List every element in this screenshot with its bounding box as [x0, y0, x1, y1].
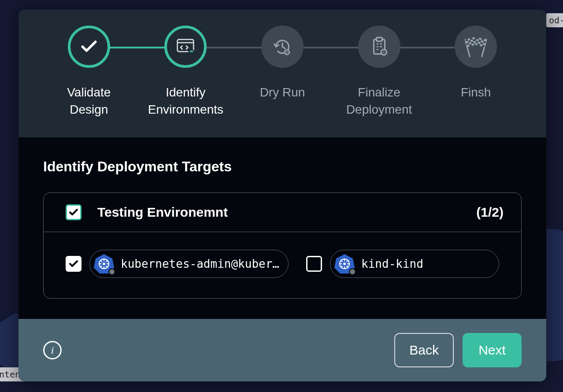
- wizard-stepper: Validate Design Identify Environments: [19, 10, 546, 137]
- svg-point-14: [383, 52, 384, 53]
- section-title: Identify Deployment Targets: [43, 159, 522, 175]
- back-button[interactable]: Back: [394, 333, 454, 367]
- step-identify-environments[interactable]: Identify Environments: [137, 26, 234, 118]
- bg-node-tag: od-: [546, 13, 563, 27]
- target-chip[interactable]: kind-kind: [330, 250, 499, 278]
- svg-point-5: [286, 52, 288, 53]
- environment-group: Testing Environemnt (1/2): [43, 192, 522, 299]
- step-label: Finalize Deployment: [346, 84, 412, 118]
- environment-name: Testing Environemnt: [97, 205, 460, 220]
- step-label: Dry Run: [260, 84, 305, 101]
- deployment-wizard-dialog: Validate Design Identify Environments: [19, 10, 546, 381]
- svg-point-48: [343, 263, 346, 265]
- clipboard-gear-icon: [368, 36, 390, 58]
- target-row: kubernetes-admin@kuber…: [66, 250, 289, 278]
- environment-checkbox[interactable]: [66, 204, 81, 220]
- target-name: kubernetes-admin@kuber…: [121, 257, 279, 270]
- step-validate-design[interactable]: Validate Design: [41, 26, 137, 118]
- step-label: Identify Environments: [148, 84, 223, 118]
- history-gear-icon: [271, 36, 293, 58]
- info-button[interactable]: i: [43, 341, 62, 359]
- target-row: kind-kind: [306, 250, 499, 278]
- next-button[interactable]: Next: [463, 333, 522, 367]
- checkered-flag-icon: [463, 35, 489, 59]
- checkmark-icon: [79, 37, 99, 56]
- step-label: Finsh: [461, 84, 491, 101]
- target-name: kind-kind: [361, 257, 423, 270]
- step-finish[interactable]: Finsh: [427, 26, 524, 101]
- svg-point-37: [103, 263, 105, 265]
- svg-rect-7: [376, 37, 382, 41]
- environment-targets: kubernetes-admin@kuber…: [44, 232, 521, 298]
- environment-header: Testing Environemnt (1/2): [44, 193, 521, 232]
- info-icon: i: [51, 344, 54, 356]
- target-checkbox[interactable]: [306, 256, 322, 272]
- target-checkbox[interactable]: [66, 256, 81, 272]
- step-dry-run[interactable]: Dry Run: [234, 26, 331, 101]
- svg-point-3: [190, 51, 192, 52]
- wizard-content: Identify Deployment Targets Testing Envi…: [19, 137, 546, 319]
- step-finalize-deployment[interactable]: Finalize Deployment: [331, 26, 428, 118]
- step-label: Validate Design: [67, 84, 111, 118]
- target-chip[interactable]: kubernetes-admin@kuber…: [89, 250, 289, 278]
- wizard-footer: i Back Next: [19, 319, 546, 381]
- code-gear-icon: [176, 37, 195, 56]
- environment-selection-count: (1/2): [476, 205, 504, 220]
